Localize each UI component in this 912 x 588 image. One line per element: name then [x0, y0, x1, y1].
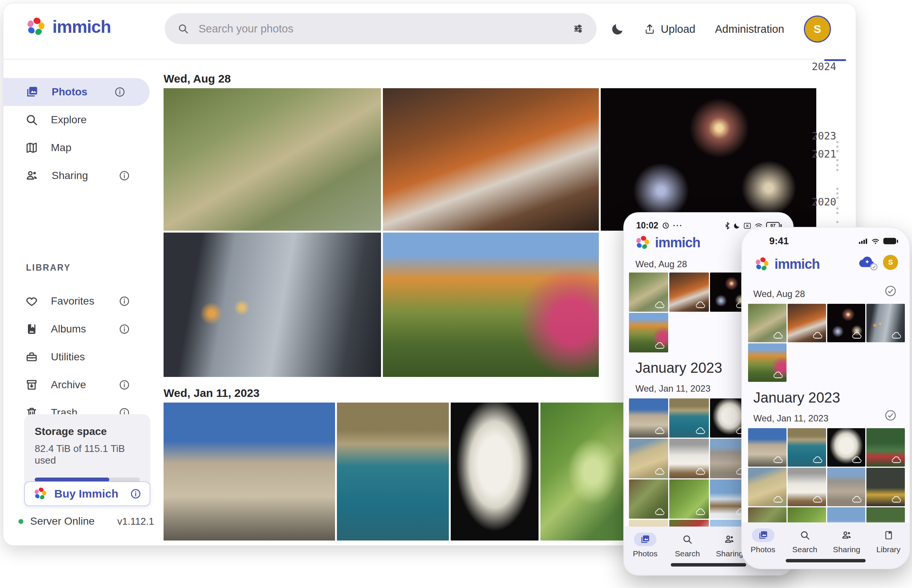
cloud-backup-icon — [655, 468, 665, 476]
photo-thumbnail-monkeys[interactable] — [748, 304, 786, 342]
date-group-header: Wed, Aug 28 — [163, 73, 817, 85]
photo-thumbnail-stonewall[interactable] — [827, 468, 866, 506]
sidebar-item-utilities[interactable]: Utilities — [3, 343, 154, 371]
photo-thumbnail-bust[interactable] — [451, 402, 539, 541]
upload-button[interactable]: Upload — [644, 23, 695, 36]
nav-item-photos[interactable]: Photos — [624, 533, 666, 558]
server-status-text: Server Online — [30, 515, 110, 527]
phone2-photo-grid-aug — [748, 304, 905, 382]
search-filters-icon[interactable] — [573, 23, 584, 34]
sync-check-badge-icon — [870, 263, 878, 271]
search-icon — [682, 534, 692, 544]
timeline-year: 2021 — [812, 148, 836, 160]
photo-thumbnail-fireworks[interactable] — [601, 88, 816, 231]
timeline-year: 2020 — [812, 196, 836, 208]
photo-thumbnail-monkeys[interactable] — [163, 88, 381, 231]
info-icon[interactable] — [119, 379, 130, 391]
sharing-people-icon — [724, 534, 735, 545]
brand-wordmark: immich — [52, 16, 111, 37]
cloud-backup-icon — [852, 456, 862, 464]
cloud-backup-icon — [655, 301, 665, 309]
photo-thumbnail-beach[interactable] — [629, 439, 668, 478]
cloud-backup-icon — [891, 456, 901, 464]
info-icon[interactable] — [119, 296, 130, 307]
brand-logo[interactable]: immich — [25, 16, 111, 37]
photo-thumbnail-autumn[interactable] — [629, 313, 668, 352]
map-icon — [25, 141, 38, 154]
info-icon[interactable] — [114, 86, 126, 98]
photo-thumbnail-dinner[interactable] — [788, 304, 826, 342]
cloud-backup-icon — [812, 332, 823, 339]
photo-thumbnail-sculpture2[interactable] — [669, 439, 709, 478]
photo-thumbnail-autumn[interactable] — [748, 343, 786, 382]
photo-thumbnail-berries[interactable] — [541, 402, 628, 541]
photo-thumbnail-dinner[interactable] — [669, 273, 709, 312]
sidebar-item-archive[interactable]: Archive — [3, 371, 154, 399]
select-all-check-icon[interactable] — [885, 409, 897, 423]
nav-item-search[interactable]: Search — [666, 533, 709, 558]
search-icon — [800, 530, 810, 541]
immich-flower-icon — [25, 16, 46, 37]
nav-item-library[interactable]: Library — [868, 528, 909, 554]
theme-toggle-moon-icon[interactable] — [611, 22, 625, 36]
photo-thumbnail-coast[interactable] — [788, 428, 826, 467]
photo-thumbnail-totem[interactable] — [867, 468, 905, 506]
sidebar-item-photos[interactable]: Photos — [3, 78, 150, 106]
nav-item-search[interactable]: Search — [784, 528, 826, 554]
photo-thumbnail-beach[interactable] — [748, 468, 786, 506]
sidebar-item-explore[interactable]: Explore — [3, 106, 154, 134]
search-input[interactable]: Search your photos — [165, 13, 597, 44]
photo-thumbnail-lizard2[interactable] — [669, 480, 709, 519]
photo-thumbnail-coast[interactable] — [337, 402, 449, 541]
sidebar-item-map[interactable]: Map — [3, 134, 154, 162]
photo-thumbnail-coast[interactable] — [669, 398, 709, 438]
server-version: v1.112.1 — [117, 515, 154, 527]
info-icon[interactable] — [119, 323, 130, 335]
photo-thumbnail-autumn[interactable] — [383, 233, 599, 377]
info-icon[interactable] — [130, 488, 141, 499]
home-indicator — [671, 563, 746, 567]
photo-thumbnail-bust[interactable] — [827, 428, 866, 467]
bluetooth-icon — [725, 222, 730, 229]
cloud-backup-icon — [852, 496, 862, 504]
sidebar-item-sharing[interactable]: Sharing — [3, 162, 154, 190]
photo-thumbnail-fortress[interactable] — [748, 428, 786, 467]
library-icon — [884, 530, 894, 540]
cloud-backup-icon — [812, 456, 823, 464]
nav-item-sharing[interactable]: Sharing — [826, 528, 868, 554]
user-avatar[interactable]: S — [883, 255, 898, 270]
photo-thumbnail-ornamenttree[interactable] — [867, 428, 905, 467]
timeline-year: 2023 — [812, 130, 836, 142]
photos-icon — [25, 85, 39, 99]
select-all-check-icon[interactable] — [885, 285, 897, 299]
photo-thumbnail-dinner[interactable] — [383, 88, 599, 231]
nav-item-photos[interactable]: Photos — [742, 528, 784, 554]
info-icon[interactable] — [119, 170, 130, 181]
date-group-header: Wed, Jan 11, 2023 — [753, 413, 828, 424]
cloud-backup-icon — [695, 427, 705, 435]
home-indicator — [786, 559, 866, 562]
cloud-sync-icon[interactable] — [858, 255, 876, 269]
sharing-people-icon — [25, 169, 39, 183]
sharing-people-icon — [841, 530, 852, 541]
sidebar-item-favorites[interactable]: Favorites — [3, 287, 154, 315]
photo-thumbnail-fortress[interactable] — [163, 402, 335, 541]
photo-thumbnail-monkeys[interactable] — [629, 273, 668, 312]
clock-icon — [662, 222, 669, 229]
administration-link[interactable]: Administration — [715, 23, 784, 36]
cloud-backup-icon — [891, 496, 901, 504]
month-header: January 2023 — [753, 390, 840, 406]
photo-thumbnail-hands[interactable] — [867, 304, 905, 342]
sim-alert-icon — [744, 222, 751, 229]
photo-row — [163, 88, 817, 231]
photo-thumbnail-lizard1[interactable] — [629, 480, 668, 519]
photo-thumbnail-fortress[interactable] — [629, 398, 668, 438]
photo-thumbnail-hands[interactable] — [163, 233, 381, 377]
cloud-backup-icon — [655, 342, 665, 350]
photo-thumbnail-sculpture2[interactable] — [788, 468, 826, 506]
sidebar-item-albums[interactable]: Albums — [3, 315, 154, 343]
wifi-icon — [871, 238, 880, 245]
photo-thumbnail-fireworks[interactable] — [827, 304, 866, 342]
buy-immich-button[interactable]: Buy Immich — [24, 481, 150, 506]
date-group-header: Wed, Aug 28 — [753, 289, 805, 299]
